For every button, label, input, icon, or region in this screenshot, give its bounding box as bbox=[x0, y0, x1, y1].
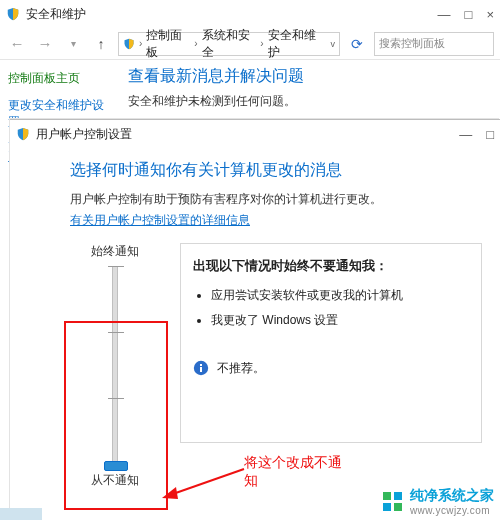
forward-button[interactable]: → bbox=[34, 33, 56, 55]
recent-dropdown[interactable]: ▾ bbox=[62, 33, 84, 55]
annotation-text: 将这个改成不通知 bbox=[244, 454, 354, 489]
watermark-text: 纯净系统之家 www.ycwjzy.com bbox=[410, 487, 494, 516]
search-input[interactable]: 搜索控制面板 bbox=[374, 32, 494, 56]
uac-title: 用户帐户控制设置 bbox=[36, 126, 459, 143]
crumb-l2[interactable]: 安全和维护 bbox=[268, 27, 323, 61]
uac-detail-link[interactable]: 有关用户帐户控制设置的详细信息 bbox=[70, 212, 250, 229]
info-list: 应用尝试安装软件或更改我的计算机 我更改了 Windows 设置 bbox=[193, 287, 469, 330]
breadcrumb[interactable]: › 控制面板 › 系统和安全 › 安全和维护 v bbox=[118, 32, 340, 56]
watermark: 纯净系统之家 www.ycwjzy.com bbox=[382, 487, 494, 516]
maximize-button[interactable]: □ bbox=[486, 127, 494, 142]
search-placeholder: 搜索控制面板 bbox=[379, 36, 445, 51]
shield-icon bbox=[123, 38, 135, 50]
crumb-l1[interactable]: 系统和安全 bbox=[202, 27, 257, 61]
slider-tick bbox=[108, 266, 124, 267]
uac-slider-area: 始终通知 从不通知 出现以下情况时始终不要通知我： 应用尝试安装软件或更改我的计… bbox=[70, 243, 482, 489]
taskbar-fragment bbox=[0, 508, 42, 520]
info-bullet: 应用尝试安装软件或更改我的计算机 bbox=[211, 287, 469, 304]
parent-titlebar: 安全和维护 — □ × bbox=[0, 0, 500, 28]
slider-tick bbox=[108, 332, 124, 333]
main-heading: 查看最新消息并解决问题 bbox=[128, 66, 492, 87]
uac-heading: 选择何时通知你有关计算机更改的消息 bbox=[70, 160, 482, 181]
chevron-right-icon: › bbox=[194, 38, 197, 49]
svg-rect-7 bbox=[383, 503, 391, 511]
watermark-logo-icon bbox=[382, 491, 404, 513]
slider-tick bbox=[108, 398, 124, 399]
watermark-url: www.ycwjzy.com bbox=[410, 505, 494, 516]
uac-slider-track[interactable] bbox=[112, 266, 118, 466]
back-button[interactable]: ← bbox=[6, 33, 28, 55]
sidebar-home-link[interactable]: 控制面板主页 bbox=[8, 70, 112, 87]
svg-rect-8 bbox=[394, 503, 402, 511]
parent-title: 安全和维护 bbox=[26, 6, 438, 23]
uac-info-box: 出现以下情况时始终不要通知我： 应用尝试安装软件或更改我的计算机 我更改了 Wi… bbox=[180, 243, 482, 443]
svg-rect-2 bbox=[200, 364, 202, 366]
chevron-right-icon: › bbox=[260, 38, 263, 49]
shield-icon bbox=[16, 127, 30, 141]
uac-slider-column: 始终通知 从不通知 bbox=[70, 243, 160, 489]
address-toolbar: ← → ▾ ↑ › 控制面板 › 系统和安全 › 安全和维护 v ⟳ 搜索控制面… bbox=[0, 28, 500, 60]
svg-rect-1 bbox=[200, 367, 202, 372]
shield-icon bbox=[6, 7, 20, 21]
parent-window-controls: — □ × bbox=[438, 7, 494, 22]
uac-slider-thumb[interactable] bbox=[104, 461, 128, 471]
crumb-root[interactable]: 控制面板 bbox=[146, 27, 190, 61]
main-message: 安全和维护未检测到任何问题。 bbox=[128, 93, 492, 110]
uac-window-controls: — □ bbox=[459, 127, 494, 142]
svg-rect-6 bbox=[394, 492, 402, 500]
slider-label-bottom: 从不通知 bbox=[70, 472, 160, 489]
recommend-row: 不推荐。 bbox=[193, 360, 469, 377]
info-heading: 出现以下情况时始终不要通知我： bbox=[193, 258, 469, 275]
uac-subtext: 用户帐户控制有助于预防有害程序对你的计算机进行更改。 bbox=[70, 191, 482, 208]
slider-label-top: 始终通知 bbox=[70, 243, 160, 260]
minimize-button[interactable]: — bbox=[438, 7, 451, 22]
chevron-right-icon: › bbox=[139, 38, 142, 49]
info-bullet: 我更改了 Windows 设置 bbox=[211, 312, 469, 329]
uac-titlebar: 用户帐户控制设置 — □ bbox=[10, 120, 500, 148]
up-button[interactable]: ↑ bbox=[90, 33, 112, 55]
dropdown-icon[interactable]: v bbox=[331, 39, 336, 49]
info-icon bbox=[193, 360, 209, 376]
watermark-name: 纯净系统之家 bbox=[410, 487, 494, 503]
close-button[interactable]: × bbox=[486, 7, 494, 22]
maximize-button[interactable]: □ bbox=[465, 7, 473, 22]
minimize-button[interactable]: — bbox=[459, 127, 472, 142]
svg-rect-5 bbox=[383, 492, 391, 500]
uac-body: 选择何时通知你有关计算机更改的消息 用户帐户控制有助于预防有害程序对你的计算机进… bbox=[10, 148, 500, 499]
recommend-text: 不推荐。 bbox=[217, 360, 265, 377]
refresh-button[interactable]: ⟳ bbox=[346, 33, 368, 55]
